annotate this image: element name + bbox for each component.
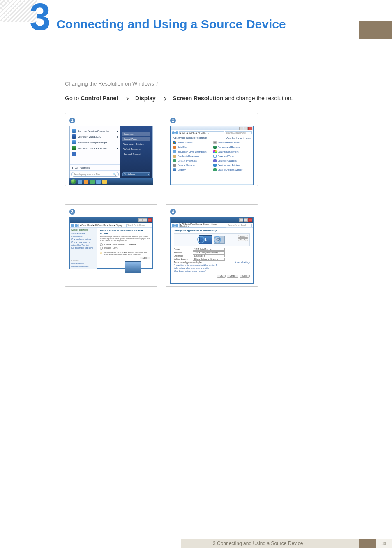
textsize-link[interactable]: Make text and other items larger or smal… bbox=[174, 267, 209, 269]
taskbar-icon[interactable] bbox=[84, 180, 88, 184]
cp-items-grid: Action Center Administrative Tools AutoP… bbox=[171, 141, 253, 172]
device-icon bbox=[173, 164, 176, 167]
footer-accent bbox=[359, 539, 376, 548]
nav-back-icon[interactable] bbox=[172, 224, 175, 227]
apply-button[interactable]: Apply bbox=[140, 257, 150, 259]
step-panel-4: 4 ▸ All Control Panel Items ▸ Display ▸ … bbox=[166, 204, 258, 287]
maximize-icon[interactable] bbox=[244, 218, 248, 222]
apply-button[interactable]: Apply bbox=[240, 275, 250, 278]
instruction-step3: Screen Resolution bbox=[173, 95, 224, 102]
chevron-right-icon: ▸ bbox=[72, 166, 74, 169]
sidebar-link[interactable]: Connect to a projector bbox=[71, 241, 95, 243]
minimize-icon[interactable] bbox=[239, 218, 243, 222]
cp-item[interactable]: Color Management bbox=[213, 150, 251, 154]
sidebar-link[interactable]: Adjust ClearType text bbox=[71, 244, 95, 246]
warning-icon: ⚠ bbox=[100, 251, 102, 254]
sidebar-link[interactable]: Devices and Printers bbox=[71, 266, 95, 268]
advanced-link[interactable]: Advanced settings bbox=[235, 261, 250, 264]
resolution-body: Change the appearance of your displays 1… bbox=[171, 228, 253, 279]
nav-back-icon[interactable] bbox=[172, 131, 175, 134]
search-input[interactable]: Search Control Panel bbox=[225, 131, 252, 134]
taskbar-icon[interactable] bbox=[96, 180, 101, 184]
display-main: Make it easier to read what's on your sc… bbox=[97, 228, 152, 269]
taskbar-icon[interactable] bbox=[78, 180, 82, 184]
cp-item[interactable]: Devices and Printers bbox=[213, 163, 251, 167]
close-icon[interactable] bbox=[248, 127, 252, 130]
search-input[interactable]: Search programs and files🔍 bbox=[71, 172, 119, 177]
arrow-icon bbox=[161, 97, 168, 101]
sidebar-link[interactable]: Calibrate color bbox=[71, 236, 95, 238]
projector-link[interactable]: Connect to a projector (or press the ⊞ k… bbox=[174, 264, 217, 266]
cp-item[interactable]: Backup and Restore bbox=[213, 145, 251, 149]
taskbar-icon[interactable] bbox=[90, 180, 95, 184]
monitor-layout[interactable]: 1 2 ① ② Detect Identify bbox=[174, 233, 250, 246]
cp-item[interactable]: Device Manager bbox=[173, 163, 211, 167]
start-search: Search programs and files🔍 bbox=[70, 170, 120, 178]
nav-back-icon[interactable] bbox=[71, 224, 74, 227]
app-icon bbox=[72, 129, 76, 133]
cp-item[interactable]: Display bbox=[173, 168, 211, 172]
cp-item[interactable]: Ease of Access Center bbox=[213, 168, 251, 172]
search-input[interactable]: Search Control Panel bbox=[227, 224, 252, 227]
nav-fwd-icon[interactable] bbox=[75, 224, 78, 227]
size-option[interactable]: Medium - 125% bbox=[100, 247, 150, 250]
cp-item[interactable]: Administrative Tools bbox=[213, 141, 251, 145]
start-orb-icon[interactable] bbox=[71, 179, 76, 184]
maximize-icon[interactable] bbox=[244, 127, 248, 130]
all-programs[interactable]: ▸All Programs bbox=[70, 164, 120, 170]
sidebar-link[interactable]: Set custom text size (DPI) bbox=[71, 247, 95, 249]
instruction-prefix: Go to bbox=[65, 95, 81, 102]
nav-fwd-icon[interactable] bbox=[175, 131, 178, 134]
cp-item[interactable]: Desktop Gadgets bbox=[213, 159, 251, 163]
detect-button[interactable]: Detect bbox=[238, 235, 248, 238]
orientation-select[interactable]: Landscape ▾ bbox=[193, 254, 225, 257]
taskbar-icon[interactable] bbox=[102, 180, 107, 184]
step-badge: 1 bbox=[69, 118, 75, 123]
shutdown-button[interactable]: Shut down▸ bbox=[122, 172, 150, 176]
multi-select[interactable]: Extend desktop to this di… ▾ bbox=[193, 258, 225, 261]
sm-right-item[interactable]: Devices and Printers bbox=[122, 142, 150, 147]
cp-item[interactable]: Date and Time bbox=[213, 154, 251, 158]
sm-right-item[interactable]: Default Programs bbox=[122, 147, 150, 152]
display-sidebar: Control Panel Home Adjust resolution Cal… bbox=[70, 228, 97, 269]
nav-fwd-icon[interactable] bbox=[175, 224, 178, 227]
start-menu-item[interactable]: Microsoft Word 2010▸ bbox=[70, 134, 120, 139]
cancel-button[interactable]: Cancel bbox=[227, 275, 238, 278]
start-menu-item[interactable] bbox=[70, 151, 120, 157]
cp-viewby[interactable]: View by: Large icons ▾ bbox=[226, 136, 251, 139]
resolution-select[interactable]: 1920 × 1080 (recommended) ▾ bbox=[193, 251, 225, 254]
sm-right-item[interactable]: Control Panel bbox=[122, 137, 150, 141]
start-menu-item[interactable]: Remote Desktop Connection▸ bbox=[70, 128, 120, 134]
start-menu-item[interactable]: Microsoft Office Excel 2007▸ bbox=[70, 145, 120, 151]
sidebar-link[interactable]: Personalization bbox=[71, 263, 95, 265]
display-select[interactable]: 1|2 Multiple Mon… ▾ bbox=[193, 248, 225, 251]
close-icon[interactable] bbox=[248, 218, 252, 222]
breadcrumb[interactable]: ▸ Co… ▸ Cont… ▸ All Cont… ▸ bbox=[179, 131, 224, 134]
cp-item[interactable]: Default Programs bbox=[173, 159, 211, 163]
breadcrumb[interactable]: ▸ Control Panel ▸ All Control Panel Item… bbox=[78, 224, 125, 227]
main-display-note: This is currently your main display. bbox=[174, 261, 202, 264]
size-option[interactable]: Smaller - 100% (default)Preview bbox=[100, 243, 150, 246]
help-link[interactable]: What display settings should I choose? bbox=[174, 270, 206, 272]
minimize-icon[interactable] bbox=[138, 218, 143, 222]
sidebar-link[interactable]: Change display settings bbox=[71, 238, 95, 240]
identify-button[interactable]: Identify bbox=[238, 238, 248, 241]
ease-icon bbox=[213, 168, 217, 171]
close-icon[interactable] bbox=[148, 218, 152, 222]
sm-right-item[interactable]: Help and Support bbox=[122, 152, 150, 157]
sidebar-link[interactable]: Adjust resolution bbox=[71, 233, 95, 235]
cp-item[interactable]: Credential Manager bbox=[173, 154, 211, 158]
start-menu-item[interactable]: Wireless Display Manager bbox=[70, 139, 120, 145]
step-panel-2: 2 ▸ Co… ▸ Cont… ▸ All Cont… ▸ Search Con… bbox=[166, 113, 258, 186]
cp-item[interactable]: Action Center bbox=[173, 141, 211, 145]
maximize-icon[interactable] bbox=[143, 218, 147, 222]
shield-icon bbox=[213, 146, 217, 149]
cp-item[interactable]: AutoPlay bbox=[173, 145, 211, 149]
breadcrumb[interactable]: ▸ All Control Panel Items ▸ Display ▸ Sc… bbox=[179, 223, 226, 228]
search-input[interactable]: Search Control Panel bbox=[126, 224, 151, 227]
minimize-icon[interactable] bbox=[239, 127, 243, 130]
ok-button[interactable]: OK bbox=[217, 275, 226, 278]
cp-item[interactable]: BitLocker Drive Encryption bbox=[173, 150, 211, 154]
sm-right-item[interactable]: Computer bbox=[122, 132, 150, 136]
gadget-icon bbox=[213, 159, 217, 162]
